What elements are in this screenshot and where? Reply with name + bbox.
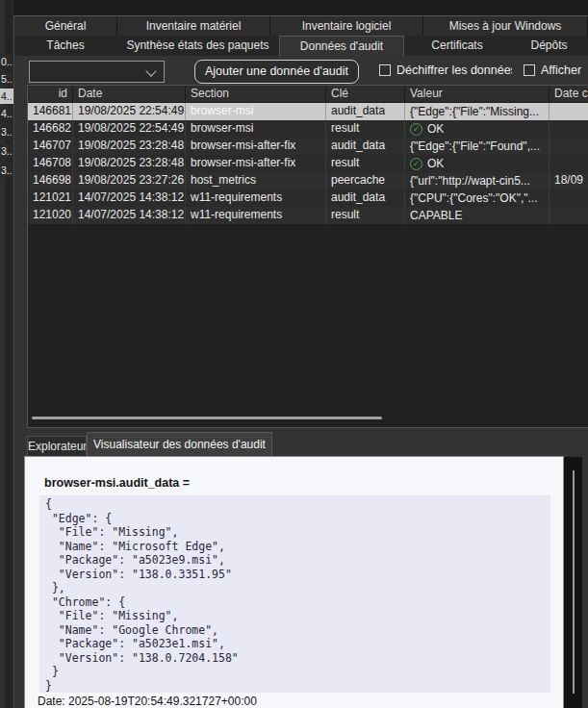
horizontal-scrollbar-thumb[interactable] — [32, 417, 382, 419]
tab-visualisateur-donnees-audit[interactable]: Visualisateur des données d'audit — [87, 432, 272, 456]
audit-date-line: Date: 2025-08-19T20:54:49.321727+00:00 — [38, 695, 257, 708]
table-cell-cle: result — [326, 155, 405, 172]
host-list-item[interactable]: 3.. — [0, 163, 13, 178]
column-header-section[interactable]: Section — [186, 86, 326, 103]
table-cell-date-c — [550, 190, 588, 207]
column-header-id[interactable]: id — [28, 86, 73, 103]
table-cell-valeur: {"url":"http://wapt-cin5... — [405, 172, 550, 190]
table-cell-date: 19/08/2025 22:54:49 — [73, 120, 186, 138]
table-cell-id: 121021 — [28, 190, 73, 207]
table-cell-cle: audit_data — [326, 103, 405, 120]
column-header-date[interactable]: Date — [73, 86, 186, 103]
table-cell-id: 121020 — [28, 207, 73, 224]
table-row[interactable]: 14670719/08/2025 23:28:48browser-msi-aft… — [28, 138, 588, 155]
value-cell-text: {"url":"http://wapt-cin5... — [410, 173, 530, 190]
table-cell-section: browser-msi-after-fix — [186, 155, 326, 172]
show-checkbox-label: Afficher — [541, 63, 588, 78]
table-cell-valeur: {"Edge":{"File":"Found",... — [405, 138, 550, 155]
table-cell-valeur: CAPABLE — [405, 207, 550, 224]
vertical-scrollbar-track[interactable] — [564, 457, 582, 708]
table-cell-date: 14/07/2025 14:38:12 — [73, 190, 186, 207]
column-header-cle[interactable]: Clé — [326, 86, 405, 103]
table-cell-date: 14/07/2025 14:38:12 — [73, 207, 186, 224]
table-cell-cle: audit_data — [326, 190, 405, 207]
json-value-text: { "Edge": { "File": "Missing", "Name": "… — [39, 495, 550, 693]
table-cell-date: 19/08/2025 22:54:49 — [73, 103, 186, 120]
table-cell-id: 146708 — [28, 155, 73, 172]
table-row[interactable]: 12102114/07/2025 14:38:12w11-requirement… — [28, 190, 588, 207]
table-cell-valeur: {"CPU":{"Cores":"OK","... — [405, 190, 550, 207]
table-cell-date-c — [550, 207, 588, 224]
value-cell-text: {"CPU":{"Cores":"OK","... — [410, 190, 538, 207]
table-cell-section: w11-requirements — [186, 207, 326, 224]
vertical-scrollbar-thumb[interactable] — [573, 470, 575, 694]
audit-data-grid: idDateSectionCléValeurDate c 14668119/08… — [27, 85, 588, 428]
json-value-box: { "Edge": { "File": "Missing", "Name": "… — [39, 495, 550, 693]
tab-inventaire-logiciel[interactable]: Inventaire logiciel — [270, 16, 423, 37]
table-row[interactable]: 14670819/08/2025 23:28:48browser-msi-aft… — [28, 155, 588, 172]
tab-inventaire-materiel[interactable]: Inventaire matériel — [117, 16, 270, 37]
audit-data-viewer-panel: browser-msi.audit_data = { "Edge": { "Fi… — [24, 456, 564, 708]
audit-section-combobox[interactable] — [29, 61, 165, 83]
column-header-valeur[interactable]: Valeur — [405, 86, 550, 103]
value-cell-text: OK — [427, 121, 444, 138]
tab-donnees-d-audit[interactable]: Données d'audit — [279, 36, 404, 56]
table-cell-id: 146682 — [28, 120, 73, 138]
table-cell-section: host_metrics — [186, 172, 326, 190]
table-row[interactable]: 14668119/08/2025 22:54:49browser-msiaudi… — [28, 103, 588, 120]
table-cell-section: browser-msi — [186, 120, 326, 138]
host-list-item[interactable]: 4.. — [0, 88, 13, 104]
value-cell-text: CAPABLE — [410, 208, 462, 224]
add-audit-data-button[interactable]: Ajouter une donnée d'audit — [194, 60, 359, 84]
table-cell-cle: result — [326, 120, 405, 138]
table-cell-id: 146707 — [28, 138, 73, 155]
host-list-item[interactable]: 3.. — [0, 143, 13, 159]
left-host-list-strip: 0..5..4..4..3..3..3.. — [0, 0, 14, 708]
host-list-item[interactable]: 3.. — [0, 124, 13, 139]
table-cell-date: 19/08/2025 23:27:26 — [73, 172, 186, 190]
table-cell-section: browser-msi-after-fix — [186, 138, 326, 155]
tab-mises-a-jour-windows[interactable]: Mises à jour Windows — [423, 16, 588, 37]
table-cell-id: 146698 — [28, 172, 73, 190]
column-header-date-c[interactable]: Date c — [550, 86, 588, 103]
host-list-item[interactable]: 5.. — [0, 71, 13, 87]
table-cell-date-c — [550, 103, 588, 120]
tab-taches[interactable]: Tâches — [14, 36, 116, 56]
check-circle-icon: ✓ — [410, 123, 422, 136]
table-cell-valeur: ✓OK — [405, 120, 550, 138]
tab-explorateur[interactable]: Explorateur — [27, 436, 87, 456]
table-cell-section: w11-requirements — [186, 190, 326, 207]
grid-header-row: idDateSectionCléValeurDate c — [28, 86, 588, 103]
table-cell-date-c: 18/09 — [550, 172, 588, 190]
host-list-item[interactable]: 0.. — [0, 54, 13, 69]
tab-general[interactable]: Général — [14, 16, 117, 37]
table-cell-date: 19/08/2025 23:28:48 — [73, 138, 186, 155]
window-top-bar — [13, 0, 588, 15]
table-cell-cle: peercache — [326, 172, 405, 190]
chevron-down-icon — [145, 65, 156, 76]
table-cell-date: 19/08/2025 23:28:48 — [73, 155, 186, 172]
decrypt-data-checkbox[interactable] — [379, 64, 391, 76]
value-cell-text: {"Edge":{"File":"Found",... — [410, 139, 540, 155]
decrypt-data-checkbox-label: Déchiffrer les données — [396, 63, 512, 78]
table-cell-valeur: {"Edge":{"File":"Missing... — [405, 103, 550, 120]
host-list-item[interactable]: 4.. — [0, 106, 13, 121]
show-checkbox[interactable] — [524, 64, 535, 76]
table-row[interactable]: 14668219/08/2025 22:54:49browser-msiresu… — [28, 120, 588, 138]
table-cell-cle: audit_data — [326, 138, 405, 155]
check-circle-icon: ✓ — [410, 158, 422, 170]
tab-synthese-etats-des-paquets[interactable]: Synthèse états des paquets — [116, 36, 279, 56]
tab-depots[interactable]: Dépôts — [510, 36, 588, 56]
value-cell-text: OK — [427, 156, 444, 172]
table-cell-date-c — [550, 138, 588, 155]
table-row[interactable]: 12102014/07/2025 14:38:12w11-requirement… — [28, 207, 588, 224]
table-cell-valeur: ✓OK — [405, 155, 550, 172]
tab-row-1: GénéralInventaire matérielInventaire log… — [14, 15, 588, 37]
table-cell-date-c — [550, 155, 588, 172]
value-cell-text: {"Edge":{"File":"Missing... — [410, 104, 539, 120]
table-row[interactable]: 14669819/08/2025 23:27:26host_metricspee… — [28, 172, 588, 190]
tab-certificats[interactable]: Certificats — [404, 36, 510, 56]
table-cell-date-c — [550, 120, 588, 138]
table-cell-cle: result — [326, 207, 405, 224]
tab-row-2: TâchesSynthèse états des paquetsDonnées … — [14, 36, 588, 56]
